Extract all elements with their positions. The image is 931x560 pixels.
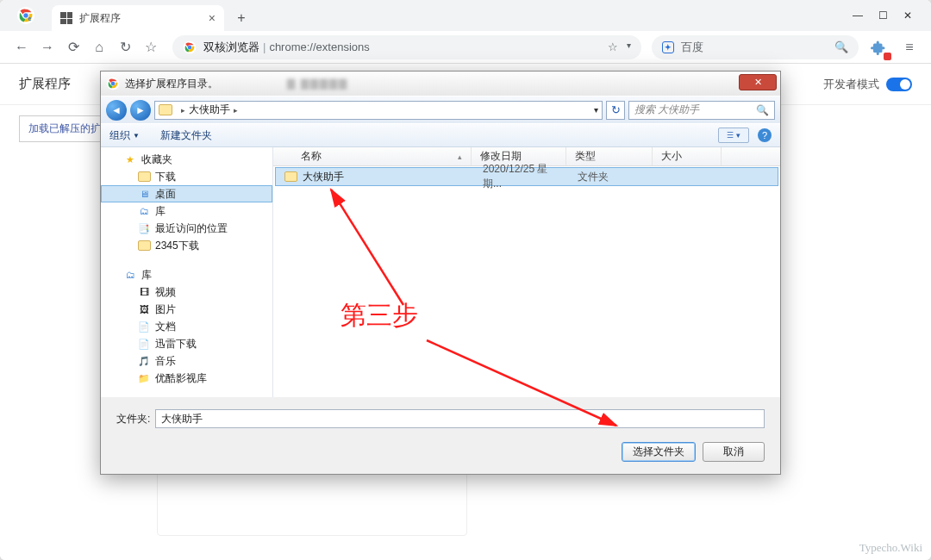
tree-libraries-link[interactable]: 🗂库 <box>101 202 272 220</box>
file-name: 大侠助手 <box>303 170 344 184</box>
breadcrumb-bar[interactable]: ▸ 大侠助手 ▸ ▾ <box>154 101 603 120</box>
tree-video[interactable]: 🎞视频 <box>101 283 272 301</box>
cancel-button[interactable]: 取消 <box>703 442 765 462</box>
search-engine-label: 百度 <box>681 40 703 55</box>
address-sep: | <box>263 40 266 53</box>
tree-pictures[interactable]: 🖼图片 <box>101 301 272 318</box>
tree-documents[interactable]: 📄文档 <box>101 318 272 335</box>
tree-2345dl[interactable]: 2345下载 <box>101 237 272 254</box>
tree-favorites[interactable]: ★收藏夹 <box>101 151 272 168</box>
folder-icon <box>159 104 172 115</box>
tree-downloads[interactable]: 下载 <box>101 168 272 185</box>
dialog-titlebar: 选择扩展程序目录。 ▇ ▇▇▇▇▇ ✕ <box>101 72 780 96</box>
puzzle-icon[interactable] <box>867 36 890 59</box>
address-url: chrome://extensions <box>269 40 369 53</box>
blurred-text: ▇ ▇▇▇▇▇ <box>287 78 348 90</box>
dev-mode: 开发者模式 <box>823 77 912 92</box>
tree-libraries[interactable]: 🗂库 <box>101 266 272 283</box>
tree-youku[interactable]: 📁优酷影视库 <box>101 370 272 387</box>
help-button[interactable]: ? <box>758 128 772 142</box>
dialog-title: 选择扩展程序目录。 <box>125 77 218 91</box>
select-folder-button[interactable]: 选择文件夹 <box>622 442 696 462</box>
file-type: 文件夹 <box>569 170 655 184</box>
home-button[interactable]: ⌂ <box>88 36 110 59</box>
close-window-button[interactable]: ✕ <box>903 9 912 22</box>
maximize-button[interactable]: ☐ <box>878 9 888 22</box>
search-box[interactable]: ✦ 百度 🔍 <box>652 35 859 59</box>
crumb-folder[interactable]: 大侠助手 <box>189 103 230 117</box>
dialog-toolbar: 组织▼ 新建文件夹 ☰ ▾ ? <box>101 123 780 147</box>
dialog-close-button[interactable]: ✕ <box>739 74 777 90</box>
tab-extensions[interactable]: 扩展程序 × <box>52 5 224 31</box>
tabs-area: 扩展程序 × + <box>52 0 840 31</box>
redo-button[interactable]: ↻ <box>114 36 136 59</box>
folder-icon <box>284 171 297 182</box>
site-icon <box>183 40 197 54</box>
reload-button[interactable]: ⟳ <box>62 36 84 59</box>
tree-music[interactable]: 🎵音乐 <box>101 352 272 370</box>
crumb-dropdown-icon[interactable]: ▾ <box>594 105 598 115</box>
organize-menu[interactable]: 组织▼ <box>109 128 140 143</box>
load-unpacked-button[interactable]: 加载已解压的扩 <box>19 115 110 142</box>
col-size[interactable]: 大小 <box>653 147 722 165</box>
search-placeholder: 搜索 大侠助手 <box>634 103 699 117</box>
nav-forward-button[interactable]: ► <box>130 100 151 121</box>
menu-button[interactable]: ≡ <box>898 36 921 59</box>
nav-back-button[interactable]: ◄ <box>106 100 127 121</box>
new-folder-button[interactable]: 新建文件夹 <box>160 128 212 143</box>
folder-input[interactable] <box>155 409 765 428</box>
dropdown-caret-icon[interactable]: ▾ <box>627 40 631 53</box>
tree-thunder[interactable]: 📄迅雷下载 <box>101 335 272 352</box>
dialog-body: ★收藏夹 下载 🖥桌面 🗂库 📑最近访问的位置 2345下载 🗂库 🎞视频 🖼图… <box>101 147 780 397</box>
new-tab-button[interactable]: + <box>231 8 252 28</box>
col-type[interactable]: 类型 <box>566 147 653 165</box>
dialog-icon <box>106 77 120 90</box>
svg-point-5 <box>188 45 192 49</box>
file-row[interactable]: 大侠助手 2020/12/25 星期... 文件夹 <box>275 167 778 186</box>
dialog-search[interactable]: 搜索 大侠助手 🔍 <box>628 101 775 120</box>
dialog-footer: 文件夹: 选择文件夹 取消 <box>101 397 780 474</box>
tab-title: 扩展程序 <box>79 11 121 26</box>
dev-mode-toggle[interactable] <box>886 78 912 91</box>
window-controls: — ☐ ✕ <box>840 0 924 31</box>
crumb-sep: ▸ <box>181 106 185 115</box>
tab-favicon <box>60 12 72 24</box>
dev-mode-label: 开发者模式 <box>823 77 879 92</box>
page-title: 扩展程序 <box>19 76 71 92</box>
tree-desktop[interactable]: 🖥桌面 <box>101 185 272 202</box>
watermark: Typecho.Wiki <box>859 541 922 555</box>
search-icon[interactable]: 🔍 <box>834 40 848 53</box>
file-date: 2020/12/25 星期... <box>474 162 569 191</box>
folder-label: 文件夹: <box>116 412 150 426</box>
dialog-nav: ◄ ► ▸ 大侠助手 ▸ ▾ ↻ 搜索 大侠助手 🔍 <box>101 96 780 123</box>
file-list-panel: 名称▴ 修改日期 类型 大小 大侠助手 2020/12/25 星期... 文件夹 <box>273 147 780 397</box>
browser-toolbar: ← → ⟳ ⌂ ↻ ☆ 双核浏览器 | chrome://extensions … <box>0 31 931 64</box>
tab-close-icon[interactable]: × <box>209 11 216 25</box>
col-name[interactable]: 名称▴ <box>273 147 472 165</box>
forward-button[interactable]: → <box>36 36 59 59</box>
tree-recent[interactable]: 📑最近访问的位置 <box>101 220 272 237</box>
minimize-button[interactable]: — <box>853 9 863 22</box>
view-menu[interactable]: ☰ ▾ <box>718 128 749 143</box>
refresh-button[interactable]: ↻ <box>606 101 625 120</box>
app-icon: e <box>0 0 52 31</box>
folder-picker-dialog: 选择扩展程序目录。 ▇ ▇▇▇▇▇ ✕ ◄ ► ▸ 大侠助手 ▸ ▾ ↻ 搜索 … <box>100 71 781 475</box>
crumb-sep: ▸ <box>234 106 238 115</box>
address-bar[interactable]: 双核浏览器 | chrome://extensions ☆ ▾ <box>172 35 641 59</box>
search-icon[interactable]: 🔍 <box>756 104 769 116</box>
side-panel[interactable]: ★收藏夹 下载 🖥桌面 🗂库 📑最近访问的位置 2345下载 🗂库 🎞视频 🖼图… <box>101 147 273 397</box>
address-label: 双核浏览器 <box>203 40 259 55</box>
titlebar: e 扩展程序 × + — ☐ ✕ <box>0 0 931 31</box>
back-button[interactable]: ← <box>10 36 33 59</box>
svg-point-7 <box>111 82 116 86</box>
star-outline-icon[interactable]: ☆ <box>140 36 162 59</box>
svg-text:e: e <box>28 16 32 22</box>
baidu-icon: ✦ <box>662 41 674 53</box>
bookmark-star-icon[interactable]: ☆ <box>608 40 618 53</box>
browser-window: e 扩展程序 × + — ☐ ✕ ← → ⟳ ⌂ ↻ ☆ <box>0 0 931 560</box>
